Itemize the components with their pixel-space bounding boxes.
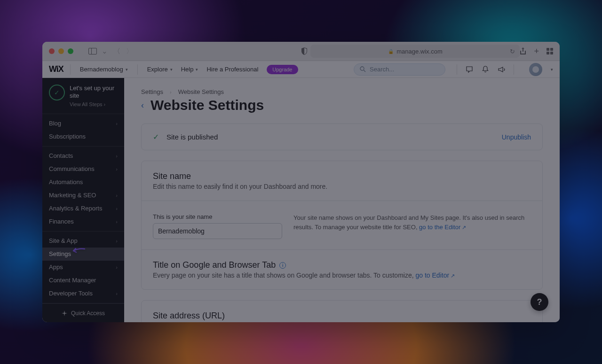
dim-overlay <box>0 0 602 364</box>
